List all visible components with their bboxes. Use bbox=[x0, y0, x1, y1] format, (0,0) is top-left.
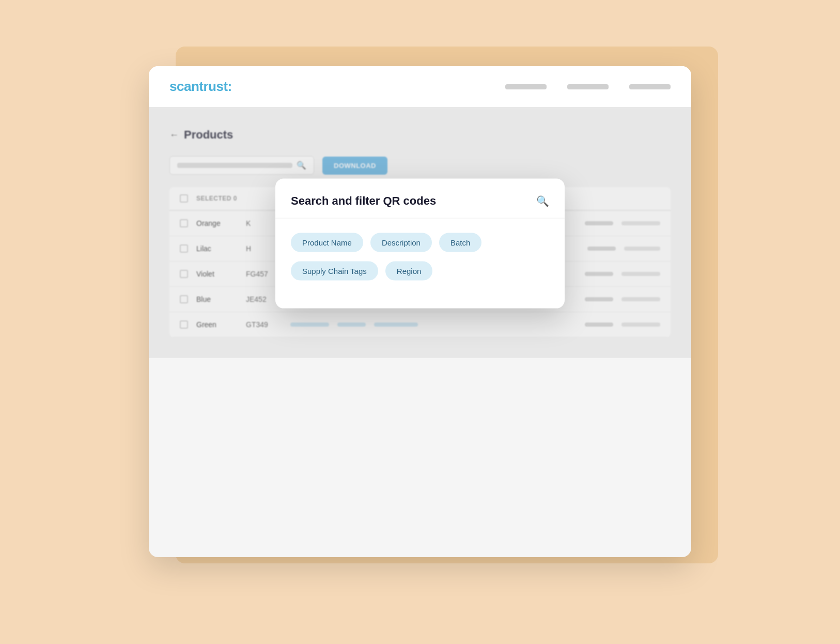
modal-title: Search and filter QR codes bbox=[291, 194, 436, 207]
filter-chip-description[interactable]: Description bbox=[370, 233, 432, 252]
modal-search-icon[interactable]: 🔍 bbox=[536, 194, 549, 207]
modal-header: Search and filter QR codes 🔍 bbox=[275, 178, 565, 218]
main-window: scantrust: ← Products 🔍 DOWNLOAD bbox=[149, 66, 691, 557]
header: scantrust: bbox=[149, 66, 691, 108]
filter-chip-batch[interactable]: Batch bbox=[439, 233, 481, 252]
filter-chip-product-name[interactable]: Product Name bbox=[291, 233, 363, 252]
search-filter-modal: Search and filter QR codes 🔍 Product Nam… bbox=[275, 178, 565, 308]
nav-item-2[interactable] bbox=[567, 84, 609, 89]
modal-body: Product Name Description Batch Supply Ch… bbox=[275, 218, 565, 308]
header-nav bbox=[505, 84, 671, 89]
content-area: ← Products 🔍 DOWNLOAD SELECTED 0 Orange … bbox=[149, 108, 691, 358]
filter-chips-row-2: Supply Chain Tags Region bbox=[291, 261, 549, 280]
logo: scantrust: bbox=[169, 79, 232, 95]
filter-chips-row-1: Product Name Description Batch bbox=[291, 233, 549, 252]
nav-item-3[interactable] bbox=[629, 84, 671, 89]
filter-chip-supply-chain-tags[interactable]: Supply Chain Tags bbox=[291, 261, 378, 280]
filter-chip-region[interactable]: Region bbox=[385, 261, 433, 280]
nav-item-1[interactable] bbox=[505, 84, 547, 89]
